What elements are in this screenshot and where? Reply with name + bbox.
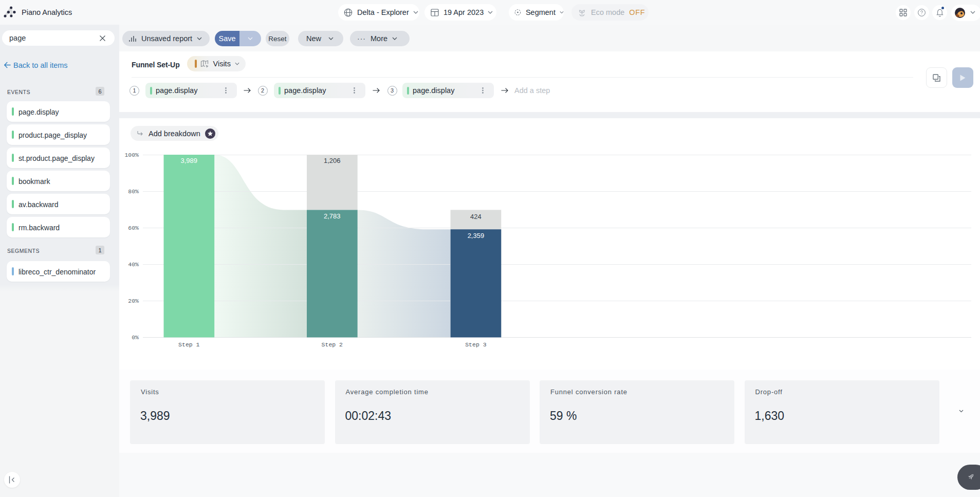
svg-text:60%: 60% xyxy=(128,225,139,231)
svg-text:3,989: 3,989 xyxy=(181,157,198,164)
svg-text:424: 424 xyxy=(470,213,482,220)
svg-text:Step 3: Step 3 xyxy=(465,341,487,348)
svg-text:1,206: 1,206 xyxy=(324,157,341,164)
svg-text:0%: 0% xyxy=(132,334,139,341)
svg-text:Step 1: Step 1 xyxy=(178,341,200,348)
svg-text:100%: 100% xyxy=(124,152,139,158)
svg-text:2,359: 2,359 xyxy=(468,232,485,240)
svg-text:80%: 80% xyxy=(128,188,139,195)
svg-text:2,783: 2,783 xyxy=(324,212,341,220)
svg-text:Step 2: Step 2 xyxy=(322,341,343,348)
svg-text:20%: 20% xyxy=(128,298,139,304)
svg-text:40%: 40% xyxy=(128,261,139,268)
